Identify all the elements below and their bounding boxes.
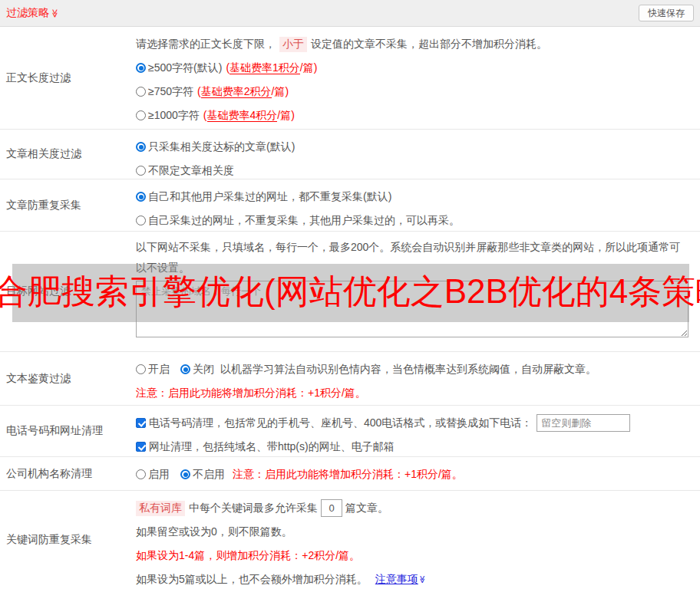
porn-filter-desc: 以机器学习算法自动识别色情内容，当色情概率达到系统阈值，自动屏蔽文章。 xyxy=(220,363,596,377)
filter-strategy-page: 过滤策略≫ 快速保存 正文长度过滤 请选择需求的正文长度下限， 小于 设定值的文… xyxy=(0,0,700,589)
top-bar: 过滤策略≫ 快速保存 xyxy=(0,0,700,27)
row-content: 私有词库 中每个关键词最多允许采集 篇文章。 如果留空或设为0，则不限篇数。 如… xyxy=(136,491,700,589)
keyword-limit-text: 中每个关键词最多允许采集 xyxy=(189,502,318,515)
phone-clean-checkbox[interactable] xyxy=(136,418,146,428)
porn-filter-warning: 注意：启用此功能将增加积分消耗：+1积分/篇。 xyxy=(136,381,694,405)
company-clean-warning: 注意：启用此功能将增加积分消耗：+1积分/篇。 xyxy=(233,468,463,482)
row-label: 目标网站过滤 xyxy=(0,232,136,351)
radio-1000-label[interactable]: ≥1000字符 xyxy=(148,109,200,123)
radio-porn-on[interactable] xyxy=(136,364,146,374)
url-clean-checkbox[interactable] xyxy=(136,442,146,452)
radio-company-on-label[interactable]: 启用 xyxy=(148,468,170,482)
row-content: 启用 不启用 注意：启用此功能将增加积分消耗：+1积分/篇。 xyxy=(136,457,700,490)
radio-relevance-strict[interactable] xyxy=(136,142,146,152)
dedup-option-self: 自己采集过的网址，不重复采集，其他用户采集过的，可以再采。 xyxy=(136,209,694,232)
row-content: 请选择需求的正文长度下限， 小于 设定值的文章不采集，超出部分不增加积分消耗。 … xyxy=(136,27,700,129)
fee-note: (基础费率1积分/篇) xyxy=(226,61,317,75)
row-label: 关键词防重复采集 xyxy=(0,491,136,589)
row-content: 开启 关闭 以机器学习算法自动识别色情内容，当色情概率达到系统阈值，自动屏蔽文章… xyxy=(136,352,700,405)
length-filter-desc: 请选择需求的正文长度下限， 小于 设定值的文章不采集，超出部分不增加积分消耗。 xyxy=(136,32,694,56)
radio-750-label[interactable]: ≥750字符 xyxy=(148,85,193,99)
row-phone-url-clean: 电话号码和网址清理 电话号码清理，包括常见的手机号、座机号、400电话格式，或替… xyxy=(0,406,700,457)
row-company-clean: 公司机构名称清理 启用 不启用 注意：启用此功能将增加积分消耗：+1积分/篇。 xyxy=(0,457,700,491)
replacement-phone-input[interactable] xyxy=(537,414,630,432)
page-title[interactable]: 过滤策略≫ xyxy=(6,6,60,20)
row-label: 文章相关度过滤 xyxy=(0,130,136,179)
highlight-less-than: 小于 xyxy=(279,37,307,52)
keyword-note-cost: 如果设为1-4篇，则增加积分消耗：+2积分/篇。 xyxy=(136,544,694,568)
row-content: 只采集相关度达标的文章(默认) 不限定文章相关度 xyxy=(136,130,700,179)
row-label: 正文长度过滤 xyxy=(0,27,136,129)
phone-clean-line: 电话号码清理，包括常见的手机号、座机号、400电话格式，或替换成如下电话： xyxy=(136,411,694,435)
row-relevance-filter: 文章相关度过滤 只采集相关度达标的文章(默认) 不限定文章相关度 xyxy=(0,130,700,179)
radio-1000[interactable] xyxy=(136,110,146,120)
radio-porn-off[interactable] xyxy=(180,364,190,374)
desc-text: 请选择需求的正文长度下限， xyxy=(136,38,276,51)
row-site-filter: 目标网站过滤 以下网站不采集，只填域名，每行一个，最多200个。系统会自动识别并… xyxy=(0,232,700,352)
radio-500-label[interactable]: ≥500字符(默认) xyxy=(148,61,222,75)
row-label: 公司机构名称清理 xyxy=(0,457,136,490)
private-lexicon-highlight: 私有词库 xyxy=(136,501,185,516)
keyword-note-five-text: 如果设为5篇或以上，也不会额外增加积分消耗。 xyxy=(136,573,368,587)
chevron-down-icon: ≫ xyxy=(50,9,60,18)
radio-company-off-label[interactable]: 不启用 xyxy=(193,468,225,482)
radio-dedup-self-label[interactable]: 自己采集过的网址，不重复采集，其他用户采集过的，可以再采。 xyxy=(148,214,460,228)
radio-dedup-all-label[interactable]: 自己和其他用户采集过的网址，都不重复采集(默认) xyxy=(148,190,391,204)
url-clean-label[interactable]: 网址清理，包括纯域名、带http(s)的网址、电子邮箱 xyxy=(149,440,395,454)
keyword-limit-input[interactable] xyxy=(321,499,342,517)
length-option-1000: ≥1000字符 (基础费率4积分/篇) xyxy=(136,104,694,127)
desc-line2: 以不设置。 xyxy=(136,258,694,278)
keyword-note-five: 如果设为5篇或以上，也不会额外增加积分消耗。 注意事项≫ xyxy=(136,568,694,589)
blocked-domains-textarea[interactable] xyxy=(136,281,688,337)
row-length-filter: 正文长度过滤 请选择需求的正文长度下限， 小于 设定值的文章不采集，超出部分不增… xyxy=(0,27,700,130)
porn-filter-options: 开启 关闭 以机器学习算法自动识别色情内容，当色情概率达到系统阈值，自动屏蔽文章… xyxy=(136,357,694,381)
row-dedup-filter: 文章防重复采集 自己和其他用户采集过的网址，都不重复采集(默认) 自己采集过的网… xyxy=(0,179,700,232)
row-label: 文章防重复采集 xyxy=(0,179,136,231)
radio-dedup-self[interactable] xyxy=(136,216,146,225)
fee-note: (基础费率4积分/篇) xyxy=(203,109,295,123)
quick-save-button[interactable]: 快速保存 xyxy=(639,5,694,21)
desc-line1: 以下网站不采集，只填域名，每行一个，最多200个。系统会自动识别并屏蔽那些非文章… xyxy=(136,237,694,258)
page-title-text: 过滤策略 xyxy=(6,6,49,18)
link-chevron-down-icon[interactable]: ≫ xyxy=(418,575,427,583)
url-clean-line: 网址清理，包括纯域名、带http(s)的网址、电子邮箱 xyxy=(136,435,694,459)
radio-porn-off-label[interactable]: 关闭 xyxy=(193,363,214,377)
keyword-limit-suffix: 篇文章。 xyxy=(345,502,388,515)
row-content: 自己和其他用户采集过的网址，都不重复采集(默认) 自己采集过的网址，不重复采集，… xyxy=(136,179,700,231)
length-option-750: ≥750字符 (基础费率2积分/篇) xyxy=(136,80,694,104)
radio-relevance-any[interactable] xyxy=(136,166,146,176)
phone-clean-label[interactable]: 电话号码清理，包括常见的手机号、座机号、400电话格式，或替换成如下电话： xyxy=(149,416,532,430)
radio-750[interactable] xyxy=(136,87,146,97)
radio-porn-on-label[interactable]: 开启 xyxy=(148,363,170,377)
radio-relevance-strict-label[interactable]: 只采集相关度达标的文章(默认) xyxy=(148,140,295,154)
radio-company-off[interactable] xyxy=(180,469,190,479)
keyword-note-zero: 如果留空或设为0，则不限篇数。 xyxy=(136,520,694,544)
notes-link[interactable]: 注意事项 xyxy=(375,573,418,587)
keyword-limit-line: 私有词库 中每个关键词最多允许采集 篇文章。 xyxy=(136,496,694,520)
dedup-option-all: 自己和其他用户采集过的网址，都不重复采集(默认) xyxy=(136,185,694,209)
relevance-option-strict: 只采集相关度达标的文章(默认) xyxy=(136,135,694,159)
fee-note: (基础费率2积分/篇) xyxy=(197,85,289,99)
row-porn-filter: 文本鉴黄过滤 开启 关闭 以机器学习算法自动识别色情内容，当色情概率达到系统阈值… xyxy=(0,352,700,406)
length-option-500: ≥500字符(默认) (基础费率1积分/篇) xyxy=(136,56,694,80)
row-content: 以下网站不采集，只填域名，每行一个，最多200个。系统会自动识别并屏蔽那些非文章… xyxy=(136,232,700,351)
radio-company-on[interactable] xyxy=(136,469,146,479)
company-clean-options: 启用 不启用 注意：启用此功能将增加积分消耗：+1积分/篇。 xyxy=(136,462,694,486)
desc-text: 设定值的文章不采集，超出部分不增加积分消耗。 xyxy=(311,38,547,51)
row-label: 文本鉴黄过滤 xyxy=(0,352,136,405)
radio-relevance-any-label[interactable]: 不限定文章相关度 xyxy=(148,164,234,178)
row-label: 电话号码和网址清理 xyxy=(0,406,136,456)
site-filter-desc: 以下网站不采集，只填域名，每行一个，最多200个。系统会自动识别并屏蔽那些非文章… xyxy=(136,237,694,278)
radio-500[interactable] xyxy=(136,63,146,73)
radio-dedup-all[interactable] xyxy=(136,192,146,202)
row-keyword-dedup: 关键词防重复采集 私有词库 中每个关键词最多允许采集 篇文章。 如果留空或设为0… xyxy=(0,491,700,589)
row-content: 电话号码清理，包括常见的手机号、座机号、400电话格式，或替换成如下电话： 网址… xyxy=(136,406,700,456)
